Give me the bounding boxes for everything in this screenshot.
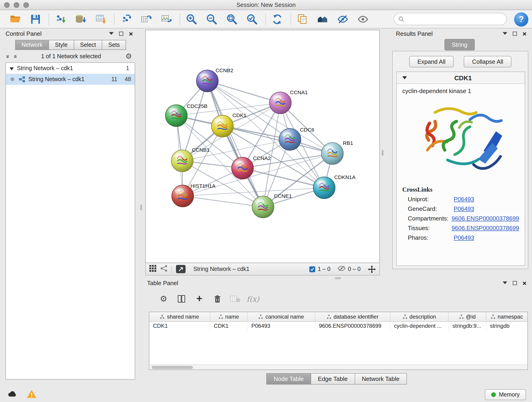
horizontal-scrollbar[interactable] bbox=[149, 364, 527, 370]
open-in-browser-button[interactable] bbox=[176, 265, 186, 273]
collapse-all-button[interactable]: Collapse All bbox=[464, 56, 512, 67]
delete-table-button[interactable] bbox=[230, 293, 241, 304]
gene-entry-header[interactable]: CDK1 bbox=[397, 72, 525, 84]
tab-style[interactable]: Style bbox=[49, 40, 74, 50]
zoom-in-button[interactable] bbox=[184, 12, 199, 26]
results-panel-close-button[interactable]: × bbox=[522, 30, 526, 37]
expand-all-networks-button[interactable]: » bbox=[5, 55, 12, 58]
column-header[interactable]: database identifier bbox=[315, 312, 390, 321]
crosslink-genecard-link[interactable]: P06493 bbox=[454, 205, 474, 212]
table-panel-menu-button[interactable] bbox=[503, 279, 507, 287]
minimize-window-button[interactable] bbox=[14, 2, 19, 8]
network-canvas[interactable]: CCNB2CCNA1CDC25BCDK1CDC6RB1CCNB1CCNA2CDK… bbox=[145, 30, 380, 263]
column-header[interactable]: name bbox=[210, 312, 248, 321]
close-window-button[interactable] bbox=[4, 2, 10, 8]
import-network-file-button[interactable] bbox=[53, 12, 68, 26]
search-input[interactable] bbox=[405, 16, 502, 22]
warnings-button[interactable] bbox=[27, 390, 37, 400]
help-button[interactable]: ? bbox=[514, 12, 528, 27]
tab-edge-table[interactable]: Edge Table bbox=[311, 373, 355, 385]
crosslink-label: Pharos: bbox=[408, 234, 454, 241]
network-node[interactable] bbox=[211, 115, 234, 137]
zoom-selected-button[interactable] bbox=[244, 12, 260, 26]
table-cell[interactable]: stringdb bbox=[486, 322, 527, 331]
table-cell[interactable]: P06493 bbox=[248, 322, 315, 331]
open-session-button[interactable] bbox=[7, 12, 23, 26]
crosslink-uniprot-link[interactable]: P06493 bbox=[454, 196, 474, 203]
delete-column-button[interactable] bbox=[212, 293, 223, 304]
show-all-button[interactable] bbox=[355, 12, 371, 26]
expand-all-button[interactable]: Expand All bbox=[409, 56, 454, 67]
crosslink-tissues-link[interactable]: 9606.ENSP00000378699 bbox=[452, 225, 519, 231]
control-panel-close-button[interactable]: × bbox=[129, 30, 133, 37]
home-button[interactable] bbox=[315, 12, 330, 26]
results-panel-float-button[interactable] bbox=[513, 32, 517, 36]
column-header[interactable]: shared name bbox=[149, 312, 210, 321]
selected-checkbox-icon[interactable] bbox=[310, 266, 316, 272]
hide-selected-button[interactable] bbox=[335, 12, 351, 26]
collapse-all-networks-button[interactable]: » bbox=[12, 55, 19, 58]
export-image-button[interactable] bbox=[158, 12, 174, 26]
column-header[interactable]: namespac bbox=[486, 312, 527, 321]
import-network-database-button[interactable] bbox=[73, 12, 89, 26]
network-collection-row[interactable]: String Network – cdk1 1 bbox=[6, 63, 135, 74]
network-share-button[interactable] bbox=[160, 265, 167, 273]
network-node[interactable] bbox=[252, 196, 274, 218]
table-cell[interactable]: cyclin-dependent ... bbox=[390, 322, 449, 331]
control-panel-float-button[interactable] bbox=[119, 32, 123, 36]
zoom-fit-button[interactable] bbox=[224, 12, 240, 26]
table-cell[interactable]: 9606.ENSP00000378699 bbox=[315, 322, 390, 331]
destroy-network-button[interactable] bbox=[118, 12, 134, 26]
pan-mode-button[interactable] bbox=[368, 265, 376, 273]
column-header[interactable]: canonical name bbox=[248, 312, 315, 321]
maximize-window-button[interactable] bbox=[23, 2, 29, 8]
network-node[interactable] bbox=[313, 177, 335, 199]
network-node[interactable] bbox=[279, 128, 301, 150]
network-row[interactable]: String Network – cdk1 11 48 bbox=[6, 74, 135, 85]
function-builder-button[interactable]: f(x) bbox=[247, 293, 259, 304]
table-panel-close-button[interactable]: × bbox=[522, 279, 526, 286]
create-network-button[interactable] bbox=[138, 12, 154, 26]
cloud-status-button[interactable] bbox=[7, 390, 18, 399]
table-panel-float-button[interactable] bbox=[513, 281, 517, 285]
tab-node-table[interactable]: Node Table bbox=[266, 373, 311, 385]
control-panel-menu-button[interactable] bbox=[109, 30, 114, 37]
table-cell[interactable]: CDK1 bbox=[210, 322, 248, 331]
table-settings-gear-button[interactable]: ⚙ bbox=[158, 293, 169, 304]
network-node[interactable] bbox=[232, 157, 254, 179]
results-panel-menu-button[interactable] bbox=[503, 30, 507, 37]
crosslink-pharos-link[interactable]: P06493 bbox=[454, 234, 474, 241]
table-cell[interactable]: CDK1 bbox=[149, 322, 210, 331]
network-node[interactable] bbox=[196, 70, 218, 92]
network-node[interactable] bbox=[171, 150, 193, 172]
zoom-out-button[interactable] bbox=[204, 12, 220, 26]
import-table-button[interactable] bbox=[93, 12, 109, 26]
column-header[interactable]: description bbox=[390, 312, 449, 321]
show-columns-button[interactable] bbox=[176, 293, 187, 304]
copy-document-button[interactable] bbox=[295, 12, 310, 26]
tree-expand-icon[interactable] bbox=[10, 66, 14, 70]
refresh-button[interactable] bbox=[269, 12, 285, 26]
tab-string[interactable]: String bbox=[444, 39, 475, 51]
birdseye-grid-button[interactable] bbox=[149, 265, 156, 273]
left-splitter-handle[interactable] bbox=[140, 204, 142, 211]
column-header[interactable]: @id bbox=[449, 312, 486, 321]
table-row[interactable]: CDK1 CDK1 P06493 9606.ENSP00000378699 cy… bbox=[149, 322, 527, 331]
tab-sets[interactable]: Sets bbox=[102, 40, 126, 50]
collapse-entry-icon[interactable] bbox=[402, 76, 407, 80]
tab-select[interactable]: Select bbox=[74, 40, 102, 50]
tab-network-table[interactable]: Network Table bbox=[355, 373, 407, 385]
scrollbar-thumb[interactable] bbox=[152, 366, 193, 369]
table-cell[interactable]: stringdb:9... bbox=[449, 322, 486, 331]
tab-network[interactable]: Network bbox=[15, 40, 49, 50]
save-session-button[interactable] bbox=[27, 12, 43, 26]
network-node[interactable] bbox=[269, 92, 291, 114]
memory-button[interactable]: Memory bbox=[485, 389, 526, 400]
add-column-button[interactable]: + bbox=[194, 293, 205, 304]
right-splitter-handle[interactable] bbox=[382, 150, 384, 156]
network-options-gear-button[interactable]: ⚙ bbox=[125, 53, 132, 60]
network-node[interactable] bbox=[165, 105, 187, 127]
network-node[interactable] bbox=[322, 143, 343, 165]
crosslink-compartments-link[interactable]: 9606.ENSP00000378699 bbox=[452, 215, 519, 222]
refresh-icon bbox=[271, 13, 283, 25]
